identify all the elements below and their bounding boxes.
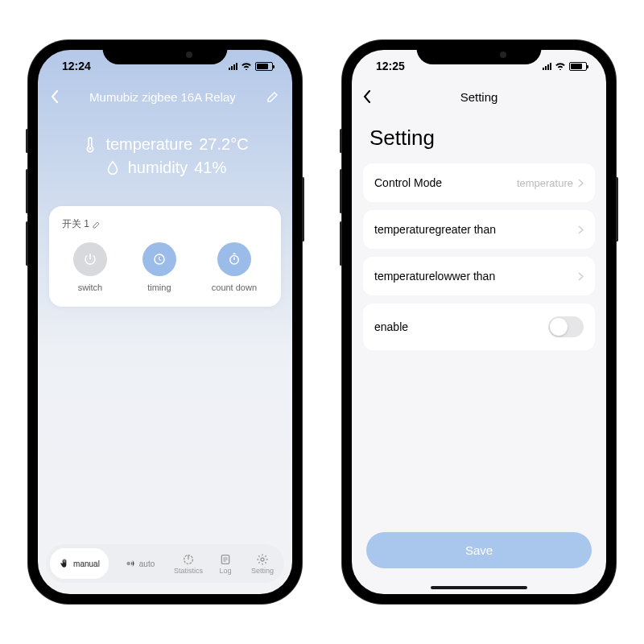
battery-icon xyxy=(255,62,273,71)
signal-icon xyxy=(543,62,551,70)
row-temp-lower[interactable]: temperaturelowwer than xyxy=(363,257,595,295)
section-title: Setting xyxy=(352,111,606,163)
signal-icon xyxy=(229,62,237,70)
tab-setting[interactable]: Setting xyxy=(245,553,280,575)
temperature-label: temperature xyxy=(105,135,192,154)
chevron-right-icon xyxy=(578,272,584,281)
tab-log[interactable]: Log xyxy=(208,553,243,575)
clock: 12:25 xyxy=(376,60,405,72)
svg-point-0 xyxy=(89,147,92,150)
card-header[interactable]: 开关 1 xyxy=(56,217,275,242)
tab-statistics[interactable]: Statistics xyxy=(171,553,206,575)
switch-card: 开关 1 switch timing xyxy=(49,206,281,307)
row-temp-greater[interactable]: temperaturegreater than xyxy=(363,210,595,249)
save-button[interactable]: Save xyxy=(366,532,592,568)
auto-icon xyxy=(125,558,136,569)
screen-relay: 12:24 Mumubiz zigbee 16A Relay temperatu… xyxy=(38,50,292,594)
row-control-mode[interactable]: Control Mode temperature xyxy=(363,163,595,202)
timing-button[interactable]: timing xyxy=(142,242,176,292)
edit-icon[interactable] xyxy=(266,90,279,103)
battery-icon xyxy=(569,62,587,71)
phone-right: 12:25 Setting Setting Control Mode tempe… xyxy=(342,40,616,604)
power-icon xyxy=(73,242,107,276)
thermometer-icon xyxy=(81,136,99,154)
clock: 12:24 xyxy=(62,60,91,72)
hand-icon xyxy=(59,558,70,569)
wifi-icon xyxy=(241,62,252,70)
wifi-icon xyxy=(555,62,566,70)
status-icons xyxy=(543,62,587,71)
humidity-value: 41% xyxy=(194,159,226,177)
chevron-right-icon xyxy=(578,179,584,188)
temperature-value: 27.2°C xyxy=(199,135,248,154)
back-icon[interactable] xyxy=(51,90,59,103)
bottom-tabbar: manual auto Statistics Log Setting xyxy=(46,544,284,583)
page-title: Setting xyxy=(460,90,498,104)
tab-manual[interactable]: manual xyxy=(50,548,109,579)
control-mode-value: temperature xyxy=(517,177,573,189)
switch-button[interactable]: switch xyxy=(73,242,107,292)
enable-toggle[interactable] xyxy=(548,316,584,337)
settings-list: Control Mode temperature temperaturegrea… xyxy=(363,163,595,350)
header: Setting xyxy=(352,82,606,111)
countdown-button[interactable]: count down xyxy=(212,242,257,292)
home-indicator[interactable] xyxy=(431,586,527,589)
tab-auto[interactable]: auto xyxy=(110,548,169,579)
status-icons xyxy=(229,62,273,71)
phone-left: 12:24 Mumubiz zigbee 16A Relay temperatu… xyxy=(28,40,302,604)
humidity-icon xyxy=(104,159,122,177)
stats-icon xyxy=(182,553,195,566)
humidity-label: humidity xyxy=(128,159,188,177)
timer-icon xyxy=(217,242,251,276)
svg-point-6 xyxy=(261,558,264,561)
edit-small-icon xyxy=(93,221,101,229)
row-enable: enable xyxy=(363,303,595,350)
header: Mumubiz zigbee 16A Relay xyxy=(38,82,292,111)
status-bar: 12:24 xyxy=(38,50,292,82)
status-bar: 12:25 xyxy=(352,50,606,82)
svg-point-3 xyxy=(126,562,130,566)
clock-icon xyxy=(142,242,176,276)
gear-icon xyxy=(256,553,269,566)
chevron-right-icon xyxy=(578,225,584,234)
log-icon xyxy=(219,553,232,566)
hero-readout: temperature 27.2°C humidity 41% xyxy=(38,111,292,206)
screen-setting: 12:25 Setting Setting Control Mode tempe… xyxy=(352,50,606,594)
page-title: Mumubiz zigbee 16A Relay xyxy=(89,90,236,104)
back-icon[interactable] xyxy=(363,90,371,103)
